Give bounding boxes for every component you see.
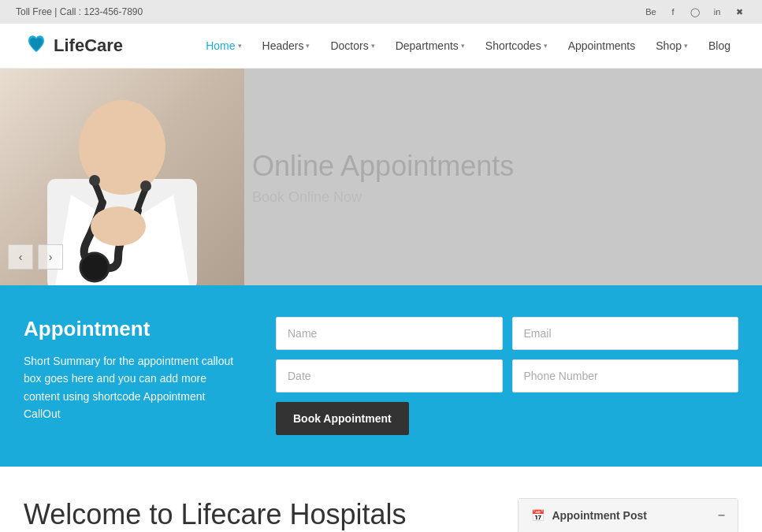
instagram-icon[interactable]: ◯ bbox=[688, 5, 702, 19]
chevron-down-icon: ▾ bbox=[238, 42, 242, 50]
nav-departments[interactable]: Departments ▾ bbox=[388, 33, 473, 58]
nav-shortcodes[interactable]: Shortcodes ▾ bbox=[478, 33, 556, 58]
welcome-section: Welcome to Lifecare Hospitals 📅 Appointm… bbox=[0, 467, 762, 532]
phone-input[interactable] bbox=[512, 359, 739, 392]
appointment-callout: Appointment Short Summary for the appoin… bbox=[24, 317, 244, 423]
date-input[interactable] bbox=[276, 359, 503, 392]
nav-blog[interactable]: Blog bbox=[701, 33, 738, 58]
social-icons-group: Be f ◯ in ✖ bbox=[644, 5, 746, 19]
hero-content: Online Appointments Book Online Now bbox=[252, 149, 514, 205]
header: LifeCare Home ▾ Headers ▾ Doctors ▾ Depa… bbox=[0, 24, 762, 69]
svg-point-3 bbox=[89, 175, 100, 186]
svg-point-5 bbox=[91, 206, 146, 246]
top-bar: Toll Free | Call : 123-456-7890 Be f ◯ i… bbox=[0, 0, 762, 24]
nav-shop[interactable]: Shop ▾ bbox=[648, 33, 696, 58]
nav-doctors[interactable]: Doctors ▾ bbox=[322, 33, 382, 58]
welcome-sidebar: 📅 Appointment Post − bbox=[518, 498, 738, 532]
logo-icon bbox=[24, 33, 49, 58]
hero-doctor-image bbox=[0, 69, 244, 285]
name-input[interactable] bbox=[276, 317, 503, 350]
hero-title: Online Appointments bbox=[252, 149, 514, 182]
logo[interactable]: LifeCare bbox=[24, 33, 123, 58]
appointment-section: Appointment Short Summary for the appoin… bbox=[0, 285, 762, 467]
facebook-icon[interactable]: f bbox=[666, 5, 680, 19]
logo-text: LifeCare bbox=[54, 35, 123, 56]
appointment-post-widget: 📅 Appointment Post − bbox=[518, 498, 738, 532]
linkedin-icon[interactable]: in bbox=[710, 5, 724, 19]
chevron-down-icon: ▾ bbox=[684, 42, 688, 50]
widget-header-content: 📅 Appointment Post bbox=[531, 509, 647, 522]
chevron-down-icon: ▾ bbox=[461, 42, 465, 50]
hero-banner: Online Appointments Book Online Now ‹ › bbox=[0, 69, 762, 285]
twitter-icon[interactable]: ✖ bbox=[732, 5, 746, 19]
widget-header: 📅 Appointment Post − bbox=[519, 499, 738, 532]
chevron-down-icon: ▾ bbox=[306, 42, 310, 50]
hero-subtitle: Book Online Now bbox=[252, 188, 514, 205]
appointment-description: Short Summary for the appointment callou… bbox=[24, 352, 244, 423]
welcome-title: Welcome to Lifecare Hospitals bbox=[24, 498, 494, 531]
calendar-icon: 📅 bbox=[531, 509, 545, 522]
carousel-prev-button[interactable]: ‹ bbox=[8, 244, 33, 270]
email-input[interactable] bbox=[512, 317, 739, 350]
welcome-main-content: Welcome to Lifecare Hospitals bbox=[24, 498, 494, 532]
chevron-down-icon: ▾ bbox=[371, 42, 375, 50]
behance-icon[interactable]: Be bbox=[644, 5, 658, 19]
svg-point-2 bbox=[80, 253, 109, 281]
chevron-down-icon: ▾ bbox=[544, 42, 548, 50]
phone-text: Toll Free | Call : 123-456-7890 bbox=[16, 6, 143, 17]
book-appointment-button[interactable]: Book Appointment bbox=[276, 402, 409, 435]
widget-collapse-button[interactable]: − bbox=[718, 508, 725, 523]
doctor-svg bbox=[0, 69, 244, 285]
main-nav: Home ▾ Headers ▾ Doctors ▾ Departments ▾… bbox=[198, 33, 738, 58]
widget-title: Appointment Post bbox=[552, 509, 647, 522]
appointment-title: Appointment bbox=[24, 317, 244, 341]
carousel-next-button[interactable]: › bbox=[38, 244, 63, 270]
svg-point-4 bbox=[140, 180, 151, 192]
nav-home[interactable]: Home ▾ bbox=[198, 33, 249, 58]
nav-appointments[interactable]: Appointments bbox=[560, 33, 644, 58]
nav-headers[interactable]: Headers ▾ bbox=[255, 33, 318, 58]
appointment-form: Book Appointment bbox=[276, 317, 738, 435]
